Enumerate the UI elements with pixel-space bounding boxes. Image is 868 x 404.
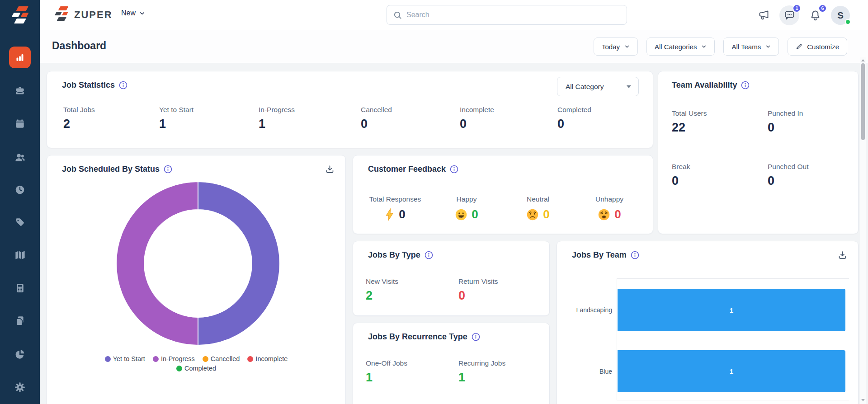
card-title: Jobs By Type <box>368 250 420 260</box>
sidebar-item-timesheets[interactable] <box>0 179 40 201</box>
stat-value: 0 <box>768 174 808 188</box>
legend-item-cancelled[interactable]: Cancelled <box>203 355 240 362</box>
search-icon <box>393 11 402 19</box>
stat-value: 1 <box>259 117 361 131</box>
card-title: Jobs By Team <box>572 250 627 260</box>
teams-filter-button[interactable]: All Teams <box>723 38 779 56</box>
zuper-logo-mark-icon[interactable] <box>10 5 30 28</box>
legend-dot <box>176 366 182 371</box>
bar-landscaping: 1 <box>618 289 845 331</box>
stat-label: Yet to Start <box>159 106 259 114</box>
chat-button[interactable]: 1 <box>779 5 799 25</box>
briefcase-icon <box>14 85 26 97</box>
info-icon[interactable] <box>450 165 458 174</box>
legend-item-completed[interactable]: Completed <box>176 365 216 372</box>
card-title: Job Statistics <box>62 80 115 90</box>
stat-label: Neutral <box>527 195 549 203</box>
logo-piece <box>20 13 28 17</box>
stat-label: One-Off Jobs <box>366 359 458 367</box>
logo-piece <box>16 6 28 11</box>
jobs-by-type-header: Jobs By Type <box>368 250 433 260</box>
legend-item-in-progress[interactable]: In-Progress <box>153 355 195 362</box>
stat-punched-out: Punched Out 0 <box>768 163 808 188</box>
sidebar-item-dashboard[interactable] <box>0 47 40 68</box>
customer-feedback-stats: Total Responses 0 Happy <box>359 195 645 221</box>
info-icon[interactable] <box>631 251 639 259</box>
documents-icon <box>14 315 26 327</box>
new-menu-label: New <box>121 9 136 17</box>
legend-item-incomplete[interactable]: Incomplete <box>247 355 288 362</box>
stat-value: 0 <box>614 207 621 221</box>
legend-item-yet-to-start[interactable]: Yet to Start <box>105 355 145 362</box>
notifications-button[interactable]: 6 <box>805 5 825 25</box>
info-icon[interactable] <box>741 81 750 89</box>
stat-neutral: Neutral 0 <box>502 195 574 221</box>
logo-piece <box>62 12 68 15</box>
search-input[interactable] <box>406 11 620 19</box>
info-icon[interactable] <box>119 81 127 89</box>
avatar-initial: S <box>837 10 844 21</box>
sidebar-item-reports[interactable] <box>0 343 40 365</box>
chat-badge: 1 <box>793 4 801 13</box>
logo-piece <box>11 13 20 17</box>
page-header: Dashboard Today All Categories All Teams… <box>40 30 868 63</box>
bar-category-label: Blue <box>557 368 612 375</box>
stat-yet-to-start: Yet to Start 1 <box>159 106 259 131</box>
announcements-button[interactable] <box>754 5 774 25</box>
stat-value: 0 <box>557 117 591 131</box>
stat-value-row: 0 <box>455 207 478 221</box>
sidebar-item-tags[interactable] <box>0 211 40 233</box>
logo-piece <box>58 6 69 10</box>
unhappy-emoji-icon <box>598 208 610 221</box>
stat-total-responses: Total Responses 0 <box>359 195 431 221</box>
scrollbar-thumb[interactable] <box>861 63 865 140</box>
header-filters: Today All Categories All Teams Customize <box>594 38 847 56</box>
download-chart-button[interactable] <box>325 164 335 176</box>
sidebar-item-documents[interactable] <box>0 310 40 332</box>
sidebar-item-jobs[interactable] <box>0 80 40 102</box>
info-icon[interactable] <box>425 251 433 259</box>
sidebar-item-users[interactable] <box>0 146 40 168</box>
dashboard-content: Job Statistics All Category Total Jobs 2… <box>40 63 868 404</box>
scrollbar-up-arrow[interactable] <box>861 59 865 61</box>
info-icon[interactable] <box>472 333 480 341</box>
sidebar-item-settings[interactable] <box>0 376 40 398</box>
logo-piece <box>55 12 62 15</box>
bar-value-label: 1 <box>730 367 733 375</box>
zuper-logo-icon <box>53 6 70 24</box>
stat-label: Punched Out <box>768 163 808 171</box>
stat-punched-in: Punched In 0 <box>768 109 808 135</box>
chevron-down-icon <box>624 44 630 49</box>
sidebar-item-map[interactable] <box>0 244 40 266</box>
avatar[interactable]: S <box>831 6 850 25</box>
categories-filter-label: All Categories <box>655 43 697 51</box>
customize-button[interactable]: Customize <box>788 38 847 56</box>
job-scheduled-header: Job Scheduled By Status <box>62 164 172 174</box>
sidebar-item-invoices[interactable] <box>0 277 40 299</box>
info-icon[interactable] <box>164 165 172 174</box>
download-chart-button[interactable] <box>838 250 847 262</box>
sidebar-item-dispatch-board[interactable] <box>0 113 40 135</box>
stat-label: Cancelled <box>361 106 460 114</box>
brand-name: ZUPER <box>74 9 113 21</box>
stat-value-row: 0 <box>526 207 549 221</box>
stat-value: 1 <box>458 371 505 385</box>
legend-label: Incomplete <box>255 355 288 362</box>
notifications-badge: 6 <box>818 4 827 13</box>
scrollbar-down-arrow[interactable] <box>861 399 865 401</box>
stat-label: Happy <box>457 195 477 203</box>
map-icon <box>14 249 26 261</box>
card-title: Team Availability <box>672 80 737 90</box>
jobs-by-team-header: Jobs By Team <box>572 250 639 260</box>
brand[interactable]: ZUPER <box>53 6 113 24</box>
stat-completed: Completed 0 <box>557 106 591 131</box>
category-filter-select[interactable]: All Category <box>557 77 639 96</box>
stat-incomplete: Incomplete 0 <box>460 106 557 131</box>
legend-dot <box>153 356 159 362</box>
stat-one-off-jobs: One-Off Jobs 1 <box>366 359 458 385</box>
clock-icon <box>14 184 26 196</box>
new-menu-button[interactable]: New <box>121 9 145 17</box>
categories-filter-button[interactable]: All Categories <box>646 38 715 56</box>
date-filter-button[interactable]: Today <box>594 38 638 56</box>
legend-row: Yet to Start In-Progress Cancelled Incom… <box>105 355 288 362</box>
